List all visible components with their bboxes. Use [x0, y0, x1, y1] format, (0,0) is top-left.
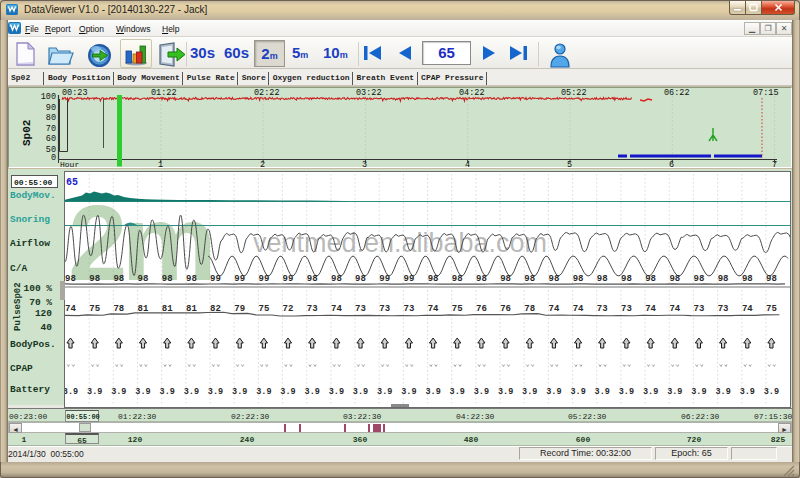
- svg-text:75: 75: [766, 304, 777, 314]
- svg-text:98: 98: [645, 274, 656, 284]
- svg-text:3.9: 3.9: [208, 387, 223, 397]
- svg-text:73: 73: [718, 304, 729, 314]
- svg-text:3.9: 3.9: [160, 387, 175, 397]
- svg-text:74: 74: [645, 304, 656, 314]
- svg-text:98: 98: [597, 274, 608, 284]
- svg-text:98: 98: [162, 274, 173, 284]
- svg-text:3.9: 3.9: [135, 387, 150, 397]
- svg-text:3.9: 3.9: [498, 387, 513, 397]
- svg-text:75: 75: [258, 304, 269, 314]
- svg-text:3.9: 3.9: [595, 387, 610, 397]
- svg-text:98: 98: [766, 274, 777, 284]
- svg-text:76: 76: [476, 304, 487, 314]
- svg-text:3.9: 3.9: [691, 387, 706, 397]
- svg-text:74: 74: [742, 304, 753, 314]
- svg-text:3.9: 3.9: [764, 387, 779, 397]
- svg-text:3.9: 3.9: [377, 387, 392, 397]
- svg-text:3.9: 3.9: [111, 387, 126, 397]
- svg-text:98: 98: [355, 274, 366, 284]
- svg-text:98: 98: [669, 274, 680, 284]
- svg-text:98: 98: [186, 274, 197, 284]
- svg-text:3.9: 3.9: [329, 387, 344, 397]
- svg-text:98: 98: [573, 274, 584, 284]
- svg-text:99: 99: [283, 274, 294, 284]
- svg-text:3.9: 3.9: [643, 387, 658, 397]
- svg-text:73: 73: [621, 304, 632, 314]
- svg-text:3.9: 3.9: [232, 387, 247, 397]
- svg-text:98: 98: [548, 274, 559, 284]
- svg-text:73: 73: [355, 304, 366, 314]
- svg-text:3.9: 3.9: [667, 387, 682, 397]
- svg-text:3.9: 3.9: [546, 387, 561, 397]
- svg-text:98: 98: [621, 274, 632, 284]
- svg-text:99: 99: [234, 274, 245, 284]
- svg-text:73: 73: [403, 304, 414, 314]
- svg-text:73: 73: [379, 304, 390, 314]
- svg-text:3.9: 3.9: [474, 387, 489, 397]
- svg-text:74: 74: [548, 304, 559, 314]
- svg-text:73: 73: [307, 304, 318, 314]
- svg-text:74: 74: [573, 304, 584, 314]
- svg-text:78: 78: [113, 304, 124, 314]
- svg-text:3.9: 3.9: [740, 387, 755, 397]
- svg-text:3.9: 3.9: [184, 387, 199, 397]
- svg-text:75: 75: [452, 304, 463, 314]
- svg-text:3.9: 3.9: [63, 387, 78, 397]
- svg-text:99: 99: [258, 274, 269, 284]
- svg-text:3.9: 3.9: [522, 387, 537, 397]
- svg-text:3.9: 3.9: [256, 387, 271, 397]
- svg-text:98: 98: [718, 274, 729, 284]
- svg-text:98: 98: [113, 274, 124, 284]
- svg-text:98: 98: [89, 274, 100, 284]
- svg-text:74: 74: [428, 304, 439, 314]
- svg-text:3.9: 3.9: [570, 387, 585, 397]
- svg-text:3.9: 3.9: [619, 387, 634, 397]
- svg-text:79: 79: [234, 304, 245, 314]
- svg-text:3.9: 3.9: [715, 387, 730, 397]
- svg-text:ventmed.en.alibaba.com: ventmed.en.alibaba.com: [253, 228, 547, 258]
- svg-text:78: 78: [524, 304, 535, 314]
- svg-text:98: 98: [476, 274, 487, 284]
- svg-text:98: 98: [452, 274, 463, 284]
- svg-text:3.9: 3.9: [87, 387, 102, 397]
- svg-text:72: 72: [283, 304, 294, 314]
- svg-text:76: 76: [500, 304, 511, 314]
- svg-text:98: 98: [65, 274, 76, 284]
- svg-text:99: 99: [210, 274, 221, 284]
- svg-text:65: 65: [66, 177, 78, 188]
- svg-text:98: 98: [524, 274, 535, 284]
- svg-text:74: 74: [65, 304, 76, 314]
- svg-text:3.9: 3.9: [425, 387, 440, 397]
- svg-text:3.9: 3.9: [353, 387, 368, 397]
- svg-text:75: 75: [89, 304, 100, 314]
- svg-text:98: 98: [500, 274, 511, 284]
- svg-text:98: 98: [742, 274, 753, 284]
- svg-text:98: 98: [331, 274, 342, 284]
- svg-text:3.9: 3.9: [280, 387, 295, 397]
- svg-text:3.9: 3.9: [450, 387, 465, 397]
- svg-text:99: 99: [379, 274, 390, 284]
- svg-text:3.9: 3.9: [401, 387, 416, 397]
- svg-text:98: 98: [138, 274, 149, 284]
- svg-text:99: 99: [403, 274, 414, 284]
- svg-text:74: 74: [331, 304, 342, 314]
- svg-text:74: 74: [669, 304, 680, 314]
- svg-text:98: 98: [693, 274, 704, 284]
- svg-text:98: 98: [428, 274, 439, 284]
- svg-text:98: 98: [307, 274, 318, 284]
- svg-text:3.9: 3.9: [305, 387, 320, 397]
- svg-text:73: 73: [597, 304, 608, 314]
- svg-text:73: 73: [693, 304, 704, 314]
